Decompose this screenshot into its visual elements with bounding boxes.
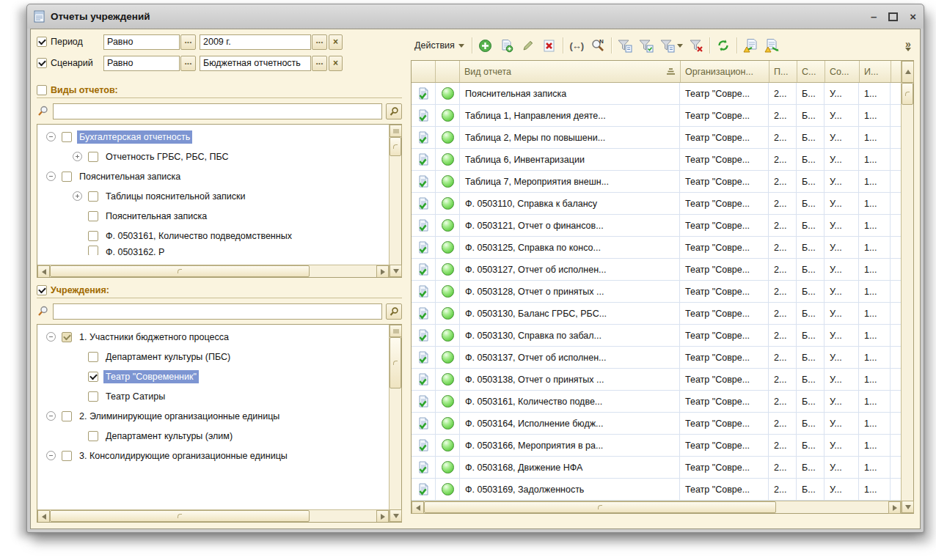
load-reports-button[interactable]: [742, 37, 758, 54]
tree-checkbox[interactable]: [88, 372, 98, 382]
report-types-search-input[interactable]: [53, 103, 382, 119]
edit-button[interactable]: [520, 37, 536, 54]
table-row[interactable]: Ф. 0503164, Исполнение бюдж... Театр "Со…: [412, 413, 901, 435]
table-row[interactable]: Таблица 7, Мероприятия внешн... Театр "С…: [412, 171, 901, 193]
period-clear-button[interactable]: ×: [329, 34, 343, 50]
institutions-checkbox[interactable]: [37, 285, 47, 295]
report-types-vertical-scrollbar[interactable]: [389, 125, 401, 277]
maximize-button[interactable]: □: [888, 12, 898, 21]
scroll-right-button[interactable]: [376, 510, 389, 522]
refresh-button[interactable]: [715, 37, 731, 54]
tree-checkbox[interactable]: [88, 391, 98, 402]
table-row[interactable]: Таблица 1, Направления деяте... Театр "С…: [412, 105, 901, 127]
titlebar[interactable]: Отчеты учреждений – □ ×: [27, 4, 924, 29]
toolbar-overflow-button[interactable]: »: [905, 40, 913, 51]
filter-by-value-button[interactable]: [617, 37, 633, 54]
tree-item[interactable]: Театр Сатиры: [37, 386, 389, 406]
header-cell-report[interactable]: Вид отчета: [460, 61, 681, 82]
scroll-left-button[interactable]: [37, 510, 50, 522]
scenario-value-input[interactable]: [200, 56, 311, 71]
tree-item[interactable]: Пояснительная записка: [37, 166, 389, 186]
report-types-horizontal-scrollbar[interactable]: [37, 265, 389, 277]
tree-checkbox[interactable]: [88, 211, 98, 221]
scenario-value-browse-button[interactable]: ...: [312, 56, 327, 71]
actions-menu-button[interactable]: Действия: [412, 40, 467, 51]
scroll-right-button[interactable]: [376, 265, 389, 277]
filter-list-button[interactable]: [659, 37, 683, 54]
institutions-horizontal-scrollbar[interactable]: [37, 509, 389, 522]
tree-checkbox[interactable]: [62, 451, 72, 461]
tree-expander-icon[interactable]: [46, 132, 56, 141]
scroll-up-button[interactable]: [390, 125, 402, 137]
tree-expander-icon[interactable]: [46, 172, 56, 181]
scenario-clear-button[interactable]: ×: [329, 56, 343, 71]
table-row[interactable]: Пояснительная записка Театр "Совре... 2.…: [412, 83, 901, 105]
tree-expander-icon[interactable]: [46, 451, 56, 460]
tree-item[interactable]: 3. Консолидирующие организационные едини…: [37, 446, 389, 465]
tree-item[interactable]: Ф. 0503161, Количество подведомственных: [37, 226, 389, 246]
filter-settings-button[interactable]: [638, 37, 654, 54]
tree-expander-icon[interactable]: [73, 152, 82, 161]
period-value-browse-button[interactable]: ...: [312, 34, 327, 50]
report-types-search-button[interactable]: [386, 103, 402, 119]
tree-item[interactable]: 2. Элиминирующие организационные единицы: [37, 406, 389, 426]
tree-checkbox[interactable]: [88, 246, 98, 255]
tree-expander-icon[interactable]: [73, 191, 82, 201]
set-period-button[interactable]: (↔): [568, 37, 585, 54]
tree-checkbox[interactable]: [88, 352, 98, 362]
scrollbar-thumb[interactable]: [50, 265, 310, 277]
scroll-down-button[interactable]: [390, 265, 402, 277]
scroll-up-button[interactable]: [390, 325, 402, 337]
table-row[interactable]: Таблица 2, Меры по повышени... Театр "Со…: [412, 127, 901, 149]
table-row[interactable]: Ф. 0503121, Отчет о финансов... Театр "С…: [412, 215, 901, 237]
period-comparison-browse-button[interactable]: ...: [180, 34, 196, 50]
tree-checkbox[interactable]: [62, 332, 72, 342]
institutions-vertical-scrollbar[interactable]: [389, 325, 401, 522]
table-row[interactable]: Ф. 0503166, Мероприятия в ра... Театр "С…: [412, 435, 901, 457]
tree-checkbox[interactable]: [88, 152, 98, 162]
header-cell-organization[interactable]: Организацион...: [681, 61, 769, 82]
tree-checkbox[interactable]: [88, 191, 98, 202]
scroll-up-button[interactable]: [902, 61, 914, 83]
table-row[interactable]: Ф. 0503169, Задолженность Театр "Совре..…: [412, 479, 901, 501]
report-types-checkbox[interactable]: [37, 85, 47, 95]
unload-reports-button[interactable]: [764, 37, 780, 54]
tree-item[interactable]: Ф. 0503162, Р: [37, 246, 389, 255]
header-cell-p[interactable]: П...: [769, 61, 797, 82]
tree-item[interactable]: Пояснительная записка: [37, 206, 389, 226]
scenario-checkbox[interactable]: [37, 58, 47, 68]
table-row[interactable]: Ф. 0503130, Справка по забал... Театр "С…: [412, 325, 901, 347]
tree-item[interactable]: 1. Участники бюджетного процесса: [37, 327, 389, 347]
header-cell-icon[interactable]: [412, 61, 436, 82]
scroll-right-button[interactable]: [888, 501, 901, 514]
scroll-down-button[interactable]: [902, 501, 914, 513]
tree-checkbox[interactable]: [88, 231, 98, 241]
period-checkbox[interactable]: [37, 37, 47, 47]
scroll-left-button[interactable]: [412, 501, 424, 514]
tree-item[interactable]: Таблицы пояснительной записки: [37, 186, 389, 206]
institutions-search-button[interactable]: [386, 303, 402, 320]
scenario-comparison-input[interactable]: [103, 56, 180, 71]
tree-item[interactable]: Отчетность ГРБС, РБС, ПБС: [37, 147, 389, 166]
table-row[interactable]: Ф. 0503125, Справка по консо... Театр "С…: [412, 237, 901, 259]
delete-button[interactable]: [541, 37, 557, 54]
tree-item[interactable]: Департамент культуры (ПБС): [37, 347, 389, 366]
period-value-input[interactable]: [200, 34, 311, 50]
table-row[interactable]: Ф. 0503110, Справка к балансу Театр "Сов…: [412, 193, 901, 215]
scrollbar-thumb[interactable]: [390, 337, 401, 388]
table-row[interactable]: Ф. 0503127, Отчет об исполнен... Театр "…: [412, 259, 901, 281]
tree-checkbox[interactable]: [62, 132, 72, 142]
scrollbar-thumb[interactable]: [424, 501, 776, 513]
institutions-search-input[interactable]: [53, 303, 382, 320]
table-row[interactable]: Ф. 0503130, Баланс ГРБС, РБС... Театр "С…: [412, 303, 901, 325]
tree-expander-icon[interactable]: [46, 411, 56, 421]
period-comparison-input[interactable]: [103, 34, 180, 50]
clear-filter-button[interactable]: [688, 37, 704, 54]
table-vertical-scrollbar[interactable]: [901, 61, 913, 513]
scroll-down-button[interactable]: [390, 509, 402, 522]
tree-item[interactable]: Департамент культуры (элим): [37, 426, 389, 446]
scrollbar-thumb[interactable]: [390, 137, 401, 156]
tree-checkbox[interactable]: [62, 411, 72, 421]
find-button[interactable]: N: [590, 37, 606, 54]
header-cell-i[interactable]: И...: [860, 61, 891, 82]
